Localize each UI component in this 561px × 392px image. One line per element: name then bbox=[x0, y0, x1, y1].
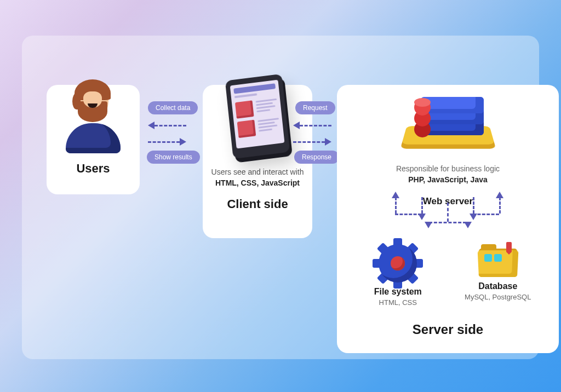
client-description: Users see and interact with HTML, CSS, J… bbox=[203, 167, 312, 188]
arrows-users-client bbox=[148, 122, 186, 155]
server-stack-icon bbox=[404, 79, 492, 156]
label-response: Response bbox=[294, 151, 339, 164]
client-title: Client side bbox=[203, 197, 312, 211]
label-request: Request bbox=[295, 101, 335, 114]
gear-icon bbox=[379, 244, 417, 283]
diagram-container: Users Collect data Show results Users se… bbox=[22, 36, 539, 359]
tablet-icon bbox=[225, 74, 290, 159]
server-card: Responsible for business logic PHP, Java… bbox=[337, 85, 559, 353]
arrows-client-server bbox=[293, 122, 331, 155]
server-languages: PHP, JavaScript, Java bbox=[337, 175, 559, 184]
server-title: Server side bbox=[337, 322, 559, 337]
users-title: Users bbox=[47, 162, 140, 176]
users-card: Users bbox=[47, 85, 140, 194]
database-title: Database bbox=[454, 281, 542, 291]
file-system-sub: HTML, CSS bbox=[354, 298, 442, 307]
folder-icon bbox=[479, 244, 517, 277]
label-collect-data: Collect data bbox=[148, 101, 198, 114]
user-avatar-icon bbox=[60, 68, 126, 151]
label-show-results: Show results bbox=[147, 151, 200, 164]
server-description: Responsible for business logic bbox=[337, 164, 559, 173]
database-sub: MySQL, PostgreSQL bbox=[454, 293, 542, 301]
server-internal-arrows bbox=[337, 192, 559, 263]
